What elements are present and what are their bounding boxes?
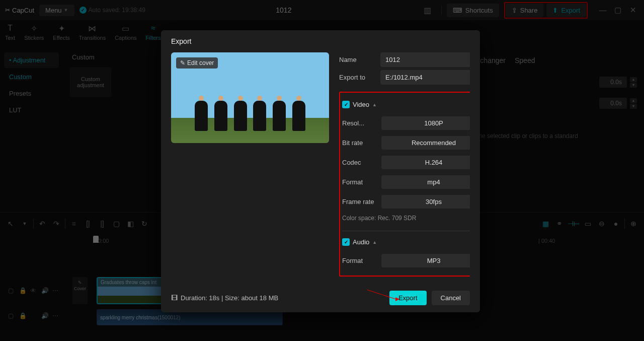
modal-title: Export	[171, 37, 470, 45]
audio-format-row: Format MP3▼	[342, 251, 470, 270]
bitrate-select[interactable]: Recommended▼	[381, 136, 470, 150]
audio-section-header[interactable]: ✓ Audio ▲	[342, 235, 470, 251]
name-label: Name	[339, 56, 375, 63]
resolution-row: Resol... 1080P▼	[342, 113, 470, 133]
format-select[interactable]: mp4▼	[381, 175, 470, 189]
export-to-label: Export to	[339, 74, 375, 81]
name-input[interactable]	[380, 52, 470, 67]
preview-column: ✎ Edit cover	[171, 52, 329, 284]
footer-info: 🎞 Duration: 18s | Size: about 18 MB	[171, 294, 278, 302]
film-icon: 🎞	[171, 294, 178, 302]
divider	[342, 231, 470, 231]
name-row: Name	[339, 52, 470, 67]
preview-figures	[171, 101, 329, 131]
export-options-highlight: ✓ Video ▲ Resol... 1080P▼ Bit rate Recom…	[339, 92, 470, 277]
cancel-button[interactable]: Cancel	[432, 291, 470, 305]
audio-checkbox[interactable]: ✓	[342, 238, 350, 246]
cover-preview: ✎ Edit cover	[171, 52, 329, 143]
format-row: Format mp4▼	[342, 172, 470, 192]
export-confirm-button[interactable]: Export	[389, 291, 427, 305]
edit-cover-button[interactable]: ✎ Edit cover	[176, 57, 218, 69]
audio-format-select[interactable]: MP3▼	[381, 254, 470, 267]
framerate-row: Frame rate 30fps▼	[342, 192, 470, 212]
resolution-select[interactable]: 1080P▼	[381, 116, 470, 130]
export-path-input[interactable]	[380, 70, 470, 85]
framerate-select[interactable]: 30fps▼	[381, 195, 470, 209]
export-to-row: Export to 🗀	[339, 70, 470, 85]
color-space-info: Color space: Rec. 709 SDR	[342, 212, 470, 227]
export-form: Name Export to 🗀 ✓ Video ▲ Resol... 1080…	[339, 52, 470, 284]
modal-footer: 🎞 Duration: 18s | Size: about 18 MB Expo…	[171, 284, 470, 305]
codec-select[interactable]: H.264▼	[381, 156, 470, 169]
caret-up-icon: ▲	[372, 240, 377, 245]
export-modal: Export ✎ Edit cover Name Export to 🗀	[161, 30, 480, 312]
video-section-header[interactable]: ✓ Video ▲	[342, 98, 470, 113]
pencil-icon: ✎	[180, 59, 185, 66]
caret-up-icon: ▲	[372, 102, 377, 107]
video-checkbox[interactable]: ✓	[342, 101, 350, 108]
codec-row: Codec H.264▼	[342, 153, 470, 172]
bitrate-row: Bit rate Recommended▼	[342, 133, 470, 153]
